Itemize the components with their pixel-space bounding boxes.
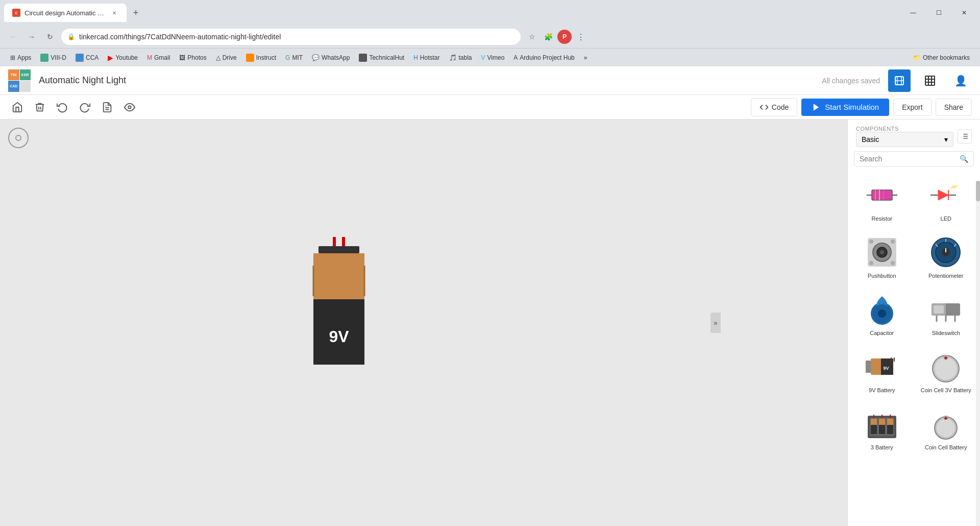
components-row-1: Pushbutton xyxy=(852,230,976,283)
start-simulation-label: Start Simulation xyxy=(825,103,879,111)
bookmark-arduino[interactable]: A Arduino Project Hub xyxy=(509,52,578,63)
star-icon[interactable]: ☆ xyxy=(525,30,539,44)
maximize-button[interactable]: ☐ xyxy=(927,5,950,21)
redo-button[interactable] xyxy=(76,98,94,116)
close-button[interactable]: ✕ xyxy=(952,5,976,21)
battery-component[interactable]: 9V xyxy=(308,235,370,370)
main-area: » 9V Compo xyxy=(0,119,980,526)
components-header: Components Basic ▾ xyxy=(848,119,980,151)
bookmark-instruct[interactable]: Instruct xyxy=(242,52,280,64)
components-row-4: 3 Battery Coin Cell Battery xyxy=(852,401,976,455)
code-button[interactable]: Code xyxy=(751,98,797,116)
search-input[interactable] xyxy=(860,155,957,163)
coin-cell-svg xyxy=(927,348,964,385)
bookmark-whatsapp[interactable]: 💬 WhatsApp xyxy=(308,52,354,63)
extensions-button[interactable]: ⋮ xyxy=(574,30,588,44)
bookmark-tabla[interactable]: 🎵 tabla xyxy=(445,52,476,63)
collapse-panel-button[interactable]: » xyxy=(710,313,721,333)
visibility-button[interactable] xyxy=(120,98,139,116)
address-bar-actions: ☆ 🧩 P ⋮ xyxy=(525,30,588,44)
notes-button[interactable] xyxy=(98,98,116,116)
instruct-icon xyxy=(246,54,254,62)
minimize-button[interactable]: ― xyxy=(901,5,925,21)
forward-button[interactable]: → xyxy=(24,30,39,44)
list-view-button[interactable] xyxy=(958,129,972,144)
table-view-button[interactable] xyxy=(919,69,941,92)
hotstar-icon: H xyxy=(413,54,418,61)
share-button[interactable]: Share xyxy=(936,99,972,116)
components-dropdown[interactable]: Basic ▾ xyxy=(856,132,953,147)
bookmark-vimeo[interactable]: V Vimeo xyxy=(477,52,509,63)
bookmark-viii-d[interactable]: VIII-D xyxy=(36,52,70,64)
bookmark-gmail[interactable]: M Gmail xyxy=(143,52,174,63)
component-potentiometer[interactable]: Potentiometer xyxy=(916,230,976,283)
bookmark-technicalhut[interactable]: TechnicalHut xyxy=(355,52,408,64)
bookmark-mit[interactable]: G MIT xyxy=(281,52,307,63)
circuit-view-button[interactable] xyxy=(888,69,911,92)
bookmark-apps[interactable]: ⊞ Apps xyxy=(6,52,35,63)
profile-icon-button[interactable]: 👤 xyxy=(949,69,972,92)
bookmark-youtube[interactable]: ▶ Youtube xyxy=(104,52,142,64)
component-resistor[interactable]: Resistor xyxy=(852,173,912,226)
chevron-down-icon: ▾ xyxy=(944,135,948,144)
component-slideswitch[interactable]: Slideswitch xyxy=(916,287,976,340)
9v-battery-label: 9V Battery xyxy=(869,387,895,393)
potentiometer-label: Potentiometer xyxy=(928,273,963,279)
component-coin-cell-battery[interactable]: Coin Cell 3V Battery xyxy=(916,344,976,397)
scrollbar-thumb[interactable] xyxy=(976,181,980,201)
components-row-2: Capacitor Slideswit xyxy=(852,287,976,340)
coin-cell-icon-container xyxy=(927,348,964,385)
component-pushbutton[interactable]: Pushbutton xyxy=(852,230,912,283)
refresh-button[interactable]: ↻ xyxy=(43,30,57,44)
canvas-area[interactable]: » 9V xyxy=(0,119,847,526)
mit-icon: G xyxy=(285,54,290,61)
apps-icon: ⊞ xyxy=(10,54,15,61)
undo-button[interactable] xyxy=(53,98,71,116)
svg-point-56 xyxy=(878,309,886,318)
start-simulation-button[interactable]: Start Simulation xyxy=(801,99,889,116)
new-tab-button[interactable]: + xyxy=(129,6,143,20)
svg-rect-15 xyxy=(318,246,359,253)
svg-rect-14 xyxy=(342,237,345,247)
slideswitch-icon-container xyxy=(927,291,964,328)
other-bookmarks[interactable]: 📁 Other bookmarks xyxy=(909,52,974,63)
profile-button[interactable]: P xyxy=(557,30,572,44)
components-row-3: 9V 9V Battery xyxy=(852,344,976,397)
close-tab-button[interactable]: ✕ xyxy=(110,9,118,17)
svg-point-42 xyxy=(880,250,884,254)
window-controls: ― ☐ ✕ xyxy=(901,5,976,21)
bookmark-more[interactable]: » xyxy=(580,52,592,63)
pushbutton-svg xyxy=(864,234,900,271)
gmail-icon: M xyxy=(147,54,152,61)
bookmark-drive[interactable]: △ Drive xyxy=(212,52,241,63)
extension-icon[interactable]: 🧩 xyxy=(541,30,555,44)
tab-favicon: C xyxy=(12,9,20,17)
svg-point-86 xyxy=(937,419,955,437)
bookmark-hotstar[interactable]: H Hotstar xyxy=(409,52,444,63)
active-tab[interactable]: C Circuit design Automatic Night L ✕ xyxy=(4,4,127,22)
led-svg xyxy=(928,182,964,208)
component-9v-battery[interactable]: 9V 9V Battery xyxy=(852,344,912,397)
bookmark-cca[interactable]: CCA xyxy=(71,52,103,64)
whatsapp-icon: 💬 xyxy=(312,54,320,61)
back-button[interactable]: ← xyxy=(6,30,20,44)
slideswitch-svg xyxy=(927,291,964,328)
component-capacitor[interactable]: Capacitor xyxy=(852,287,912,340)
home-button[interactable] xyxy=(8,98,27,116)
search-box[interactable]: 🔍 xyxy=(854,151,974,166)
export-button[interactable]: Export xyxy=(893,99,931,116)
component-coin-cell-battery-2[interactable]: Coin Cell Battery xyxy=(916,401,976,455)
component-led[interactable]: LED xyxy=(916,173,976,226)
address-bar[interactable]: 🔒 tinkercad.com/things/7CatDdNNeem-autom… xyxy=(61,29,521,45)
delete-button[interactable] xyxy=(31,98,49,116)
scrollbar-track[interactable] xyxy=(976,181,980,526)
3-battery-label: 3 Battery xyxy=(871,444,893,450)
right-panel: Components Basic ▾ 🔍 xyxy=(847,119,980,526)
search-icon: 🔍 xyxy=(960,155,968,163)
component-3-battery[interactable]: 3 Battery xyxy=(852,401,912,455)
components-row-0: Resistor LED xyxy=(852,173,976,226)
address-bar-row: ← → ↻ 🔒 tinkercad.com/things/7CatDdNNeem… xyxy=(0,26,980,48)
bookmark-photos[interactable]: 🖼 Photos xyxy=(175,52,210,63)
compass-icon xyxy=(8,128,29,148)
tinkercad-logo[interactable]: TIN KER CAD xyxy=(8,69,31,92)
